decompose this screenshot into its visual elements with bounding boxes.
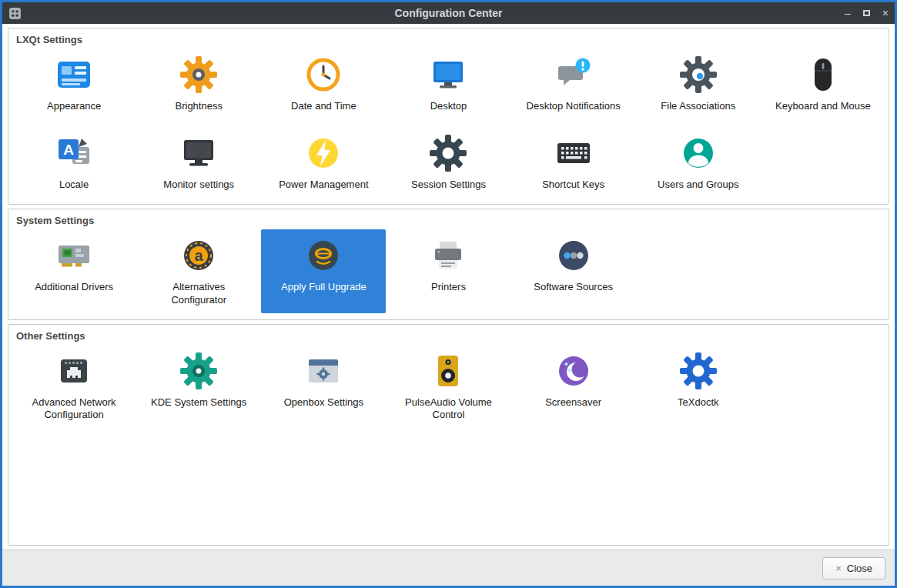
tile-screensaver[interactable]: Screensaver	[511, 345, 636, 429]
tile-power-management[interactable]: Power Management	[261, 127, 386, 198]
desktop-icon	[430, 56, 467, 93]
content-area: LXQt Settings Appearance Brightness Date…	[2, 24, 895, 550]
lxqt-settings-grid: Appearance Brightness Date and Time Desk…	[12, 48, 885, 198]
tile-advanced-network-configuration[interactable]: Advanced Network Configuration	[12, 345, 136, 429]
tile-label: Openbox Settings	[284, 396, 363, 409]
app-icon	[8, 7, 22, 20]
tile-label: Alternatives Configurator	[149, 281, 248, 307]
tile-monitor-settings[interactable]: Monitor settings	[136, 127, 261, 198]
close-label: Close	[847, 563, 872, 574]
tile-locale[interactable]: A Locale	[12, 127, 136, 198]
appearance-icon	[55, 56, 92, 93]
tile-date-and-time[interactable]: Date and Time	[261, 48, 386, 119]
power-management-icon	[305, 135, 342, 172]
tile-label: Locale	[59, 179, 89, 192]
tile-label: KDE System Settings	[151, 396, 246, 409]
section-system-settings: System Settings Additional Drivers a Alt…	[8, 209, 889, 320]
session-settings-icon	[430, 135, 467, 172]
alternatives-configurator-icon: a	[180, 237, 217, 274]
kde-system-settings-icon	[180, 352, 217, 389]
tile-label: Power Management	[279, 179, 368, 192]
minimize-button[interactable]: –	[845, 8, 851, 18]
tile-file-associations[interactable]: File Associations	[636, 48, 761, 119]
tile-label: Desktop	[430, 100, 467, 113]
svg-text:a: a	[195, 247, 204, 264]
advanced-network-configuration-icon	[55, 352, 92, 389]
section-title-system: System Settings	[12, 211, 885, 229]
section-title-other: Other Settings	[12, 326, 885, 345]
tile-texdoctk[interactable]: TeXdoctk	[636, 345, 761, 429]
tile-label: Additional Drivers	[35, 281, 113, 294]
titlebar[interactable]: Configuration Center – ×	[2, 2, 895, 24]
keyboard-and-mouse-icon	[805, 56, 842, 93]
tile-label: Desktop Notifications	[527, 100, 621, 113]
tile-label: Brightness	[176, 100, 223, 113]
apply-full-upgrade-icon	[305, 237, 342, 274]
close-button[interactable]: × Close	[822, 557, 885, 580]
tile-apply-full-upgrade[interactable]: Apply Full Upgrade	[261, 229, 386, 313]
openbox-settings-icon	[305, 352, 342, 389]
tile-openbox-settings[interactable]: Openbox Settings	[261, 345, 386, 429]
tile-alternatives-configurator[interactable]: a Alternatives Configurator	[136, 229, 261, 313]
tile-keyboard-and-mouse[interactable]: Keyboard and Mouse	[761, 48, 885, 119]
tile-desktop-notifications[interactable]: Desktop Notifications	[511, 48, 636, 119]
tile-printers[interactable]: Printers	[386, 229, 510, 313]
tile-shortcut-keys[interactable]: Shortcut Keys	[511, 127, 636, 198]
tile-label: Software Sources	[534, 281, 613, 294]
system-settings-grid: Additional Drivers a Alternatives Config…	[12, 229, 885, 313]
tile-label: Session Settings	[411, 179, 486, 192]
tile-label: Advanced Network Configuration	[25, 396, 123, 423]
file-associations-icon	[680, 56, 717, 93]
configuration-center-window: Configuration Center – × LXQt Settings A…	[0, 0, 897, 588]
users-and-groups-icon	[680, 135, 717, 172]
pulseaudio-volume-control-icon	[430, 352, 467, 389]
shortcut-keys-icon	[555, 135, 592, 172]
tile-label: Printers	[431, 281, 466, 294]
close-window-button[interactable]: ×	[882, 8, 889, 18]
section-other-settings: Other Settings Advanced Network Configur…	[8, 324, 889, 546]
section-lxqt-settings: LXQt Settings Appearance Brightness Date…	[8, 28, 889, 205]
maximize-button[interactable]	[863, 10, 870, 16]
section-title-lxqt: LXQt Settings	[12, 30, 885, 48]
tile-kde-system-settings[interactable]: KDE System Settings	[136, 345, 261, 429]
tile-label: Apply Full Upgrade	[281, 281, 366, 294]
tile-label: Shortcut Keys	[542, 179, 604, 192]
tile-label: Users and Groups	[658, 179, 739, 192]
tile-label: TeXdoctk	[678, 396, 718, 409]
tile-label: Screensaver	[545, 396, 601, 409]
tile-pulseaudio-volume-control[interactable]: PulseAudio Volume Control	[386, 345, 510, 429]
tile-label: File Associations	[661, 100, 735, 113]
tile-brightness[interactable]: Brightness	[136, 48, 261, 119]
tile-label: PulseAudio Volume Control	[399, 396, 497, 423]
svg-text:A: A	[63, 142, 74, 158]
tile-appearance[interactable]: Appearance	[12, 48, 136, 119]
tile-label: Appearance	[47, 100, 101, 113]
tile-label: Keyboard and Mouse	[775, 100, 871, 113]
printers-icon	[430, 237, 467, 274]
date-and-time-icon	[305, 56, 342, 93]
footer-bar: × Close	[2, 550, 895, 586]
monitor-settings-icon	[180, 135, 217, 172]
locale-icon: A	[55, 135, 92, 172]
window-title: Configuration Center	[2, 7, 895, 19]
maximize-icon	[863, 10, 870, 16]
tile-label: Date and Time	[291, 100, 356, 113]
tile-software-sources[interactable]: Software Sources	[511, 229, 636, 313]
texdoctk-icon	[680, 352, 717, 389]
tile-label: Monitor settings	[163, 179, 234, 192]
tile-desktop[interactable]: Desktop	[386, 48, 510, 119]
additional-drivers-icon	[55, 237, 92, 274]
close-icon: ×	[835, 563, 842, 574]
tile-additional-drivers[interactable]: Additional Drivers	[12, 229, 136, 313]
tile-users-and-groups[interactable]: Users and Groups	[636, 127, 761, 198]
software-sources-icon	[555, 237, 592, 274]
tile-session-settings[interactable]: Session Settings	[386, 127, 510, 198]
desktop-notifications-icon	[555, 56, 592, 93]
other-settings-grid: Advanced Network Configuration KDE Syste…	[12, 345, 885, 429]
screensaver-icon	[555, 352, 592, 389]
brightness-icon	[180, 56, 217, 93]
